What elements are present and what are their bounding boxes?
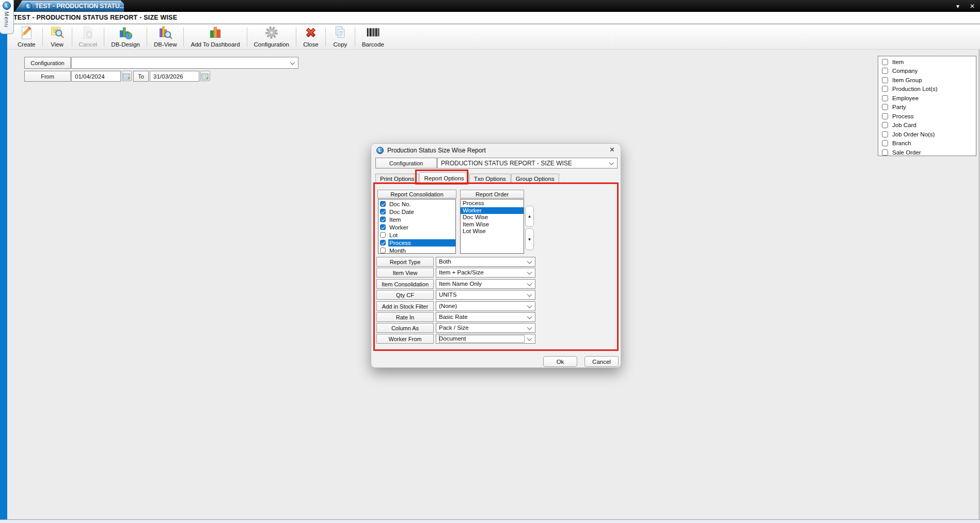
filter-checkbox-panel: Item Company Item Group Production Lot(s… [878,56,976,156]
checkbox-icon[interactable] [882,68,888,74]
option-select[interactable]: Both [436,257,535,267]
consolidation-list-item[interactable]: Doc Date [378,208,455,216]
tab-report-options[interactable]: Report Options [419,172,468,184]
view-button[interactable]: View [43,25,71,49]
checkbox-icon[interactable] [882,59,888,65]
chevron-down-icon[interactable]: ▾ [956,3,959,9]
order-list-item[interactable]: Lot Wise [461,228,524,235]
toolbar-separator [296,27,296,47]
to-calendar-button[interactable] [200,71,210,81]
checkbox-icon[interactable] [882,86,888,92]
checkbox-icon[interactable] [380,248,386,253]
option-select[interactable]: Basic Rate [436,312,535,322]
ok-button[interactable]: Ok [543,356,577,367]
filter-checkbox-row[interactable]: Company [882,67,976,76]
dialog-tab-strip: Print Options Report Options Txn Options… [375,172,560,184]
calendar-icon [201,72,209,80]
menu-tab[interactable]: L Menu [0,0,14,34]
copy-button[interactable]: Copy [326,25,354,49]
db-design-button[interactable]: DB-Design [105,25,146,49]
tab-group-options[interactable]: Group Options [511,174,559,184]
create-icon [19,25,34,40]
filter-checkbox-row[interactable]: Job Card [882,121,976,130]
copy-icon [333,25,348,40]
filter-checkbox-row[interactable]: Item [882,57,976,67]
option-select[interactable]: UNITS [436,290,535,300]
page-title: TEST - PRODUCTION STATUS REPORT - SIZE W… [13,14,177,21]
dialog-configuration-button[interactable]: Configuration [375,158,437,168]
down-arrow-icon: ▼ [528,237,532,242]
order-list-item[interactable]: Process [461,200,524,207]
configuration-button[interactable]: Configuration [248,25,295,49]
filter-checkbox-row[interactable]: Process [882,112,976,121]
dialog-configuration-select[interactable]: PRODUCTION STATUS REPORT - SIZE WISE [437,158,618,168]
tab-print-options[interactable]: Print Options [375,174,419,184]
window-close-icon[interactable]: ✕ [970,3,975,9]
app-logo-icon: L [25,3,32,10]
checkbox-icon[interactable] [882,131,888,137]
order-list-item[interactable]: Item Wise [461,221,524,228]
option-select[interactable]: Document [436,334,535,344]
chevron-down-icon [609,160,614,165]
option-label: Report Type [376,257,434,267]
option-label: Add in Stock Filter [376,301,434,311]
checkbox-icon[interactable] [882,113,888,119]
order-list-item[interactable]: Doc Wise [461,214,524,221]
checkbox-icon[interactable] [380,201,386,207]
tab-txn-options[interactable]: Txn Options [469,174,511,184]
consolidation-list-item[interactable]: Month [378,247,455,254]
status-strip [0,519,980,523]
report-consolidation-list[interactable]: Doc No. Doc Date Item Worker Lot Process [378,199,456,254]
checkbox-icon[interactable] [380,224,386,230]
report-options-dialog: L Production Status Size Wise Report ✕ C… [371,143,621,368]
toolbar-separator [183,27,184,47]
db-view-button[interactable]: DB-View [148,25,183,49]
consolidation-list-item[interactable]: Doc No. [378,200,455,208]
filter-checkbox-row[interactable]: Branch [882,139,976,148]
option-label: Rate In [376,312,434,322]
consolidation-list-item[interactable]: Lot [378,231,455,239]
move-down-button[interactable]: ▼ [525,228,534,250]
filter-checkbox-row[interactable]: Employee [882,94,976,103]
checkbox-icon[interactable] [882,149,888,156]
window-tab[interactable]: L TEST - PRODUCTION STATU... [14,1,124,12]
dialog-logo-icon: L [376,147,384,154]
filter-checkbox-row[interactable]: Item Group [882,75,976,85]
consolidation-list-item[interactable]: Item [378,216,455,223]
checkbox-icon[interactable] [380,209,386,214]
order-list-item[interactable]: Worker [461,207,524,214]
configuration-select[interactable] [71,57,298,69]
option-select[interactable]: Item + Pack/Size [436,268,535,278]
to-date-input[interactable]: 31/03/2026 [150,71,199,82]
checkbox-icon[interactable] [882,77,888,83]
filter-checkbox-row[interactable]: Production Lot(s) [882,85,976,94]
filter-checkbox-row[interactable]: Job Order No(s) [882,130,976,139]
checkbox-icon[interactable] [380,232,386,238]
consolidation-list-item[interactable]: Worker [378,223,455,231]
add-to-dashboard-button[interactable]: Add To Dashboard [184,25,246,49]
checkbox-icon[interactable] [380,217,386,222]
move-up-button[interactable]: ▲ [525,206,534,227]
close-button[interactable]: Close [297,25,325,49]
dialog-title-bar[interactable]: L Production Status Size Wise Report [371,144,621,157]
barcode-button[interactable]: Barcode [356,25,390,49]
option-select[interactable]: (None) [436,301,535,311]
filter-checkbox-row[interactable]: Sale Order [882,148,976,157]
checkbox-icon[interactable] [882,122,888,128]
option-select[interactable]: Pack / Size [436,323,535,333]
cancel-button[interactable]: Cancel [584,356,619,367]
dialog-close-icon[interactable]: ✕ [609,146,615,153]
checkbox-icon[interactable] [882,140,888,146]
from-date-input[interactable]: 01/04/2024 [71,71,121,82]
chevron-down-icon [527,314,532,319]
report-order-list[interactable]: ProcessWorkerDoc WiseItem WiseLot Wise [460,199,524,254]
consolidation-list-item[interactable]: Process [378,239,455,247]
filter-checkbox-row[interactable]: Party [882,103,976,112]
from-calendar-button[interactable] [122,71,132,81]
checkbox-icon[interactable] [882,95,888,101]
checkbox-icon[interactable] [882,104,888,110]
checkbox-icon[interactable] [380,240,386,245]
option-select[interactable]: Item Name Only [436,279,535,289]
menu-label: Menu [4,11,10,28]
create-button[interactable]: Create [11,25,42,49]
